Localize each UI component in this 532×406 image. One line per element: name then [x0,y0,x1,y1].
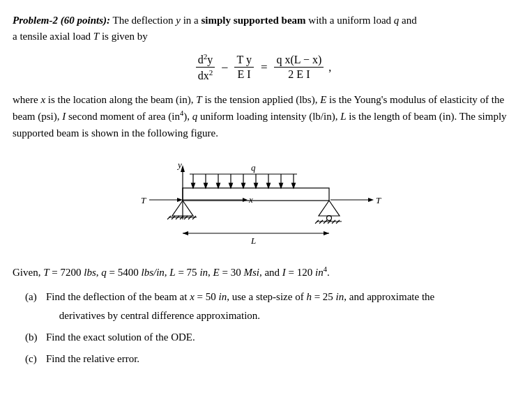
parts-section: (a) Find the deflection of the beam at x… [25,288,512,368]
ty-denominator: E I [236,68,253,81]
qx-numerator: q x(L − x) [274,54,324,68]
intro-text-2: a tensile axial load T is given by [13,31,148,42]
description-text: where x is the location along the beam (… [13,91,512,141]
svg-marker-14 [241,183,245,188]
given-section: Given, T = 7200 lbs, q = 5400 lbs/in, L … [13,264,512,281]
svg-marker-6 [191,183,195,188]
part-b-text: Find the exact solution of the ODE. [46,328,195,347]
svg-rect-3 [183,188,329,201]
svg-marker-42 [319,201,340,216]
svg-marker-22 [291,183,295,188]
svg-marker-20 [279,183,282,188]
svg-marker-12 [229,183,232,188]
dy-denominator: dx2 [196,68,215,82]
svg-text:L: L [250,235,256,246]
qx-fraction: q x(L − x) 2 E I [274,54,324,81]
beam-svg: y q x T [134,150,392,254]
part-c-text: Find the relative error. [46,350,139,368]
ty-numerator: T y [234,54,253,68]
given-label: Given, T = 7200 lbs, q = 5400 lbs/in, L … [13,267,330,278]
svg-marker-25 [243,198,248,202]
svg-marker-8 [204,183,207,188]
svg-marker-18 [266,183,270,188]
minus-operator: − [220,61,229,74]
svg-text:T: T [376,195,381,205]
part-b-label: (b) [25,328,40,347]
part-b: (b) Find the exact solution of the ODE. [25,328,512,347]
svg-text:y: y [176,159,182,170]
part-c: (c) Find the relative error. [25,350,512,368]
svg-marker-16 [254,183,257,188]
svg-marker-52 [183,231,188,235]
ty-fraction: T y E I [234,54,253,81]
qx-denominator: 2 E I [286,68,312,81]
beam-figure: y q x T [13,150,512,254]
problem-title: Problem-2 (60 points): [13,15,110,26]
svg-text:x: x [248,194,253,205]
svg-marker-10 [216,183,220,188]
part-a-text: Find the deflection of the beam at x = 5… [46,288,434,325]
equals-operator: = [259,61,270,73]
svg-text:q: q [251,162,256,173]
main-equation: d2y dx2 − T y E I = q x(L − x) 2 E I , [13,52,512,83]
part-c-label: (c) [25,350,40,368]
problem-header: Problem-2 (60 points): The deflection y … [13,13,512,44]
part-a: (a) Find the deflection of the beam at x… [25,288,512,325]
dy-fraction: d2y dx2 [196,52,215,83]
dy-numerator: d2y [196,52,215,68]
intro-text: The deflection y in a simply supported b… [112,15,416,26]
trailing-comma: , [328,61,331,74]
part-a-label: (a) [25,288,40,306]
svg-marker-53 [324,231,329,235]
svg-text:T: T [141,195,146,205]
svg-marker-31 [368,198,374,202]
